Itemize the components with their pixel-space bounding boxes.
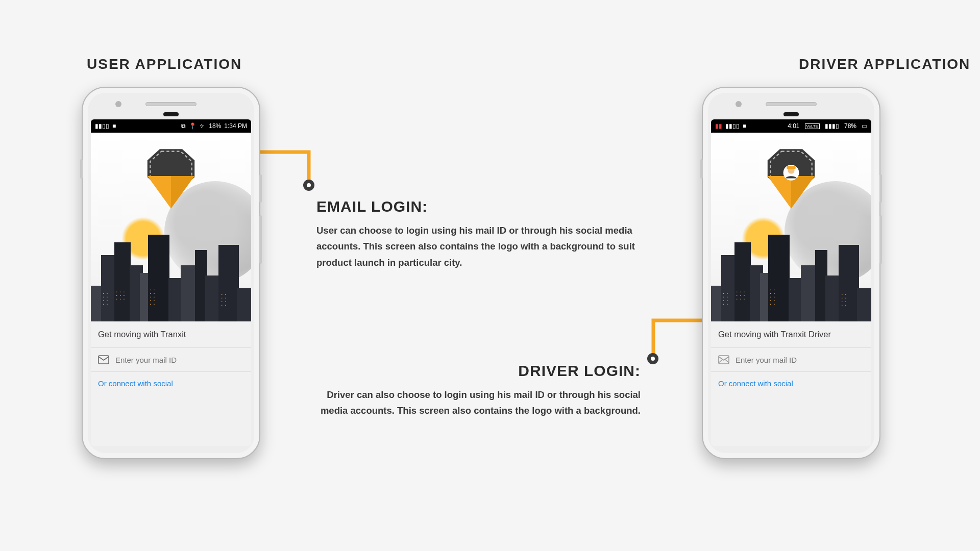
- annotation-driver-login: DRIVER LOGIN: Driver can also choose to …: [309, 362, 641, 419]
- mail-icon: [98, 355, 109, 364]
- connector-email: [260, 148, 327, 189]
- social-login-row: Or connect with social: [711, 372, 871, 395]
- signal-bars-icon: ▮▮▮▯: [825, 122, 839, 130]
- carrier-icon: ▮▮: [715, 122, 722, 130]
- svg-rect-11: [787, 166, 796, 169]
- clock-text: 4:01: [788, 122, 799, 130]
- connector-dot-email: [303, 180, 314, 191]
- email-field-row[interactable]: [711, 348, 871, 372]
- login-panel: Get moving with Tranxit Driver Or connec…: [711, 321, 871, 395]
- phone-user: ▮▮▯▯ ■ ⧉ 📍 ᯤ 18% 1:34 PM: [82, 87, 260, 459]
- video-icon: ■: [743, 122, 746, 130]
- phone-side-button: [700, 159, 703, 179]
- location-icon: 📍: [189, 122, 197, 130]
- heading-user-app: USER APPLICATION: [87, 56, 242, 72]
- phone-side-button: [879, 174, 882, 203]
- phone-speaker: [145, 102, 197, 106]
- annotation-email-title: EMAIL LOGIN:: [316, 198, 643, 215]
- phone-side-button: [259, 215, 262, 264]
- phone-sensor: [783, 112, 799, 116]
- annotation-driver-body: Driver can also choose to login using hi…: [309, 387, 641, 419]
- battery-icon: ▭: [862, 122, 867, 130]
- phone-driver: ▮▮ ▮▮▯▯ ■ 4:01 VoLTE ▮▮▮▯ 78% ▭: [702, 87, 880, 459]
- svg-rect-4: [99, 356, 109, 364]
- clock-text: 1:34 PM: [224, 122, 247, 130]
- login-heading: Get moving with Tranxit Driver: [711, 321, 871, 348]
- app-logo: [763, 148, 819, 209]
- login-heading: Get moving with Tranxit: [91, 321, 251, 348]
- status-bar: ▮▮▯▯ ■ ⧉ 📍 ᯤ 18% 1:34 PM: [91, 119, 251, 133]
- svg-rect-12: [719, 356, 729, 364]
- volte-icon: VoLTE: [805, 123, 820, 129]
- hero-illustration: ▪ ▪▪ ▪▪ ▪▪ ▪ ▪ ▪ ▪▪ ▪ ▪▪ ▪ ▪ ▪ ▪▪ ▪▪ ▪▪ …: [91, 133, 251, 321]
- phone-sensor: [163, 112, 179, 116]
- svg-marker-3: [171, 176, 194, 209]
- annotation-email-body: User can choose to login using his mail …: [316, 222, 643, 270]
- signal-icon: ▮▮▯▯: [95, 122, 109, 130]
- battery-text: 18%: [209, 122, 221, 130]
- phone-side-button: [879, 215, 882, 264]
- email-field-row[interactable]: [91, 348, 251, 372]
- annotation-driver-title: DRIVER LOGIN:: [309, 362, 641, 380]
- app-logo: [143, 148, 199, 209]
- phone-speaker: [766, 102, 817, 106]
- connector-driver: [633, 316, 704, 362]
- social-login-row: Or connect with social: [91, 372, 251, 395]
- phone-camera: [736, 101, 742, 107]
- svg-marker-8: [791, 176, 815, 209]
- annotation-email-login: EMAIL LOGIN: User can choose to login us…: [316, 198, 643, 270]
- mail-icon: [718, 355, 729, 364]
- city-skyline: ▪ ▪▪ ▪▪ ▪▪ ▪ ▪ ▪ ▪▪ ▪ ▪▪ ▪ ▪ ▪ ▪▪ ▪▪ ▪▪ …: [711, 235, 871, 321]
- social-login-link[interactable]: Or connect with social: [718, 379, 793, 388]
- phone-screen: ▮▮ ▮▮▯▯ ■ 4:01 VoLTE ▮▮▮▯ 78% ▭: [711, 119, 871, 446]
- heading-driver-app: DRIVER APPLICATION: [799, 56, 970, 72]
- video-icon: ■: [112, 122, 116, 130]
- battery-text: 78%: [844, 122, 856, 130]
- connector-dot-driver: [647, 353, 658, 364]
- login-panel: Get moving with Tranxit Or connect with …: [91, 321, 251, 395]
- city-skyline: ▪ ▪▪ ▪▪ ▪▪ ▪ ▪ ▪ ▪▪ ▪ ▪▪ ▪ ▪ ▪ ▪▪ ▪▪ ▪▪ …: [91, 235, 251, 321]
- cast-icon: ⧉: [181, 122, 186, 130]
- status-bar: ▮▮ ▮▮▯▯ ■ 4:01 VoLTE ▮▮▮▯ 78% ▭: [711, 119, 871, 133]
- signal-icon: ▮▮▯▯: [725, 122, 740, 130]
- svg-marker-2: [148, 176, 171, 209]
- svg-marker-7: [768, 176, 791, 209]
- phone-side-button: [259, 174, 262, 203]
- email-input[interactable]: [115, 356, 244, 364]
- phone-screen: ▮▮▯▯ ■ ⧉ 📍 ᯤ 18% 1:34 PM: [91, 119, 251, 446]
- phone-camera: [115, 101, 121, 107]
- hero-illustration: ▪ ▪▪ ▪▪ ▪▪ ▪ ▪ ▪ ▪▪ ▪ ▪▪ ▪ ▪ ▪ ▪▪ ▪▪ ▪▪ …: [711, 133, 871, 321]
- phone-side-button: [80, 159, 83, 179]
- wifi-icon: ᯤ: [200, 122, 206, 130]
- social-login-link[interactable]: Or connect with social: [98, 379, 173, 388]
- email-input[interactable]: [736, 356, 864, 364]
